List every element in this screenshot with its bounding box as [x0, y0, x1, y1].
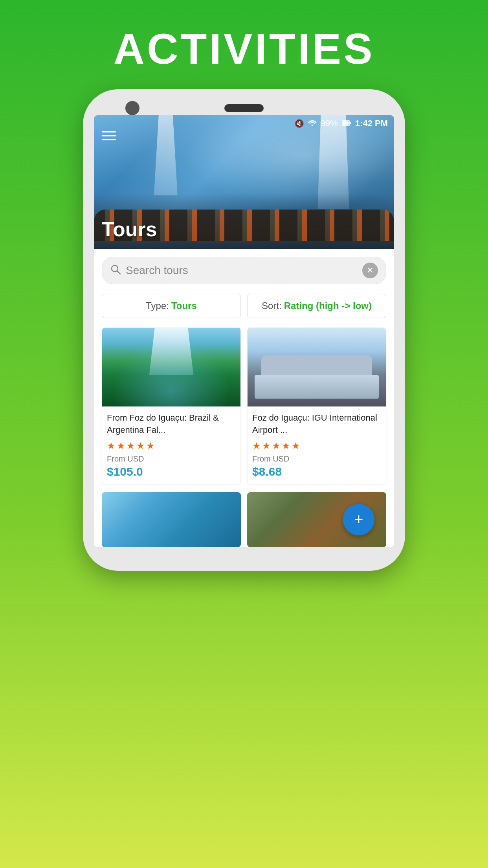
phone-top-bar: [94, 101, 394, 115]
phone-wrapper: 🔇 99% 1:42 PM: [83, 89, 405, 571]
tour-image-van: [248, 328, 386, 406]
tour-rating-1: ★ ★ ★ ★ ★: [107, 440, 236, 451]
from-label-1: From USD: [107, 454, 236, 463]
battery-icon: [342, 119, 351, 128]
hamburger-menu-button[interactable]: [102, 131, 116, 140]
battery-percent: 99%: [321, 118, 338, 129]
search-section: Search tours ✕: [94, 249, 394, 288]
bottom-card-2[interactable]: +: [247, 492, 386, 547]
activities-heading: ACTIVITIES: [113, 24, 374, 74]
tour-image-falls: [102, 328, 240, 406]
star-2: ★: [262, 440, 271, 451]
bottom-card-image-1: [102, 492, 241, 547]
star-2: ★: [117, 440, 125, 451]
svg-rect-3: [350, 122, 351, 124]
tour-info-2: Foz do Iguaçu: IGU International Airport…: [248, 406, 386, 484]
page-title-banner: ACTIVITIES: [113, 0, 374, 89]
add-icon: +: [354, 511, 363, 528]
svg-point-0: [312, 125, 313, 126]
bottom-card-1[interactable]: [102, 492, 241, 547]
type-filter-label: Type:: [146, 300, 169, 311]
status-bar: 🔇 99% 1:42 PM: [94, 115, 394, 132]
hero-title: Tours: [102, 217, 157, 241]
search-clear-button[interactable]: ✕: [362, 263, 378, 278]
search-icon: [110, 264, 121, 278]
phone-camera: [125, 101, 139, 115]
tours-grid: From Foz do Iguaçu: Brazil & Argentina F…: [94, 324, 394, 492]
wifi-icon: [308, 119, 317, 128]
type-filter-button[interactable]: Type: Tours: [102, 294, 241, 318]
star-5: ★: [146, 440, 155, 451]
tour-card-2[interactable]: Foz do Iguaçu: IGU International Airport…: [247, 327, 386, 484]
add-fab-button[interactable]: +: [343, 504, 374, 535]
tour-name-2: Foz do Iguaçu: IGU International Airport…: [252, 412, 381, 436]
mute-icon: 🔇: [294, 119, 304, 128]
search-bar[interactable]: Search tours ✕: [102, 257, 386, 284]
price-2: $8.68: [252, 465, 381, 478]
svg-line-5: [117, 271, 120, 274]
price-1: $105.0: [107, 465, 236, 478]
search-input-placeholder[interactable]: Search tours: [126, 264, 358, 277]
star-3: ★: [272, 440, 281, 451]
tour-name-1: From Foz do Iguaçu: Brazil & Argentina F…: [107, 412, 236, 436]
star-3: ★: [127, 440, 135, 451]
sort-filter-label: Sort:: [262, 300, 282, 311]
star-1: ★: [252, 440, 261, 451]
close-icon: ✕: [367, 265, 374, 276]
type-filter-value: Tours: [171, 300, 197, 311]
tour-rating-2: ★ ★ ★ ★ ★: [252, 440, 381, 451]
tour-card-1[interactable]: From Foz do Iguaçu: Brazil & Argentina F…: [102, 327, 241, 484]
phone-earpiece: [224, 104, 264, 112]
tour-info-1: From Foz do Iguaçu: Brazil & Argentina F…: [102, 406, 240, 484]
sort-filter-value: Rating (high -> low): [284, 300, 372, 311]
phone-screen: 🔇 99% 1:42 PM: [94, 115, 394, 547]
filter-section: Type: Tours Sort: Rating (high -> low): [94, 288, 394, 324]
status-time: 1:42 PM: [355, 118, 388, 129]
hamburger-line-3: [102, 139, 116, 140]
star-4: ★: [282, 440, 290, 451]
star-4: ★: [136, 440, 145, 451]
bottom-cards-row: +: [94, 492, 394, 547]
sort-filter-button[interactable]: Sort: Rating (high -> low): [247, 294, 386, 318]
from-label-2: From USD: [252, 454, 381, 463]
star-1: ★: [107, 440, 116, 451]
hero-section: 🔇 99% 1:42 PM: [94, 115, 394, 249]
hamburger-line-2: [102, 135, 116, 136]
star-5: ★: [292, 440, 300, 451]
svg-rect-2: [342, 121, 349, 125]
